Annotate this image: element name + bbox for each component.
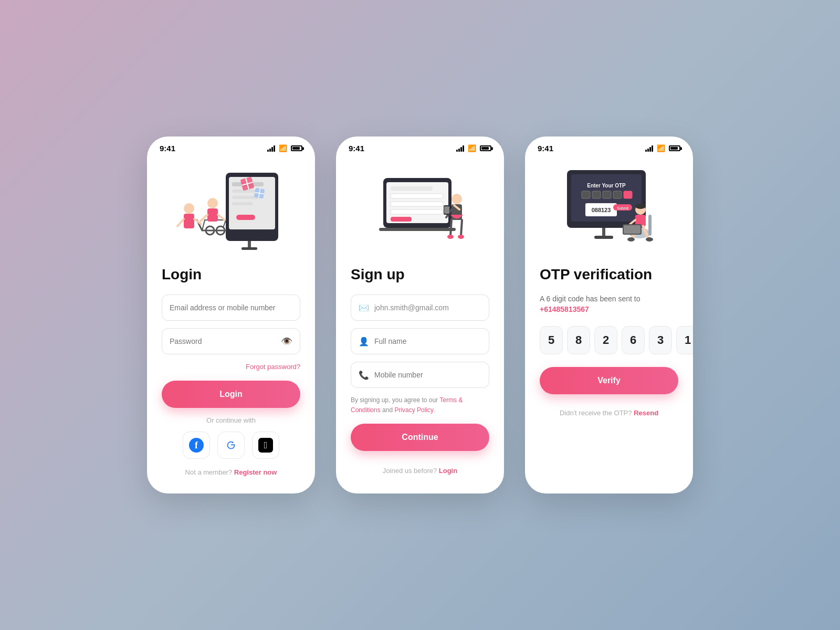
svg-rect-33: [379, 228, 456, 231]
login-status-icons: 📶: [267, 144, 302, 152]
svg-rect-49: [603, 191, 611, 198]
otp-digit-1[interactable]: [540, 326, 563, 354]
otp-illustration: Enter Your OTP 088123 Submit: [551, 162, 667, 257]
svg-rect-12: [207, 208, 218, 222]
not-member-text: Not a member?: [185, 468, 233, 476]
google-login-button[interactable]: [217, 432, 245, 459]
otp-title: OTP verification: [540, 266, 678, 283]
otp-digit-5[interactable]: [649, 326, 672, 354]
eye-icon[interactable]: 👁️: [281, 335, 292, 347]
otp-status-bar: 9:41 📶: [525, 136, 693, 157]
apple-login-button[interactable]: : [252, 432, 279, 459]
svg-rect-29: [391, 194, 443, 198]
otp-digit-4[interactable]: [622, 326, 645, 354]
login-title: Login: [162, 266, 300, 283]
signal-icon: [456, 145, 464, 152]
verify-button[interactable]: Verify: [540, 367, 678, 394]
email-icon: ✉️: [359, 303, 369, 313]
battery-icon: [291, 145, 302, 151]
password-input-group: 👁️: [162, 328, 300, 354]
signup-mobile-group: 📞: [351, 362, 489, 388]
and-text: and: [381, 406, 395, 414]
register-prompt: Not a member? Register now: [162, 468, 300, 476]
signup-email-group: ✉️: [351, 295, 489, 321]
login-status-bar: 9:41 📶: [147, 136, 315, 157]
email-input-group: [162, 295, 300, 321]
otp-digit-3[interactable]: [594, 326, 617, 354]
signup-name-group: 👤: [351, 328, 489, 354]
battery-icon: [669, 145, 680, 151]
svg-rect-47: [582, 191, 590, 198]
facebook-icon: f: [189, 438, 204, 453]
otp-digit-6[interactable]: [676, 326, 693, 354]
continue-button[interactable]: Continue: [351, 424, 489, 451]
svg-line-38: [450, 220, 452, 236]
signup-status-icons: 📶: [456, 144, 491, 152]
signup-login-link[interactable]: Login: [439, 467, 457, 475]
svg-point-66: [646, 237, 653, 242]
svg-rect-69: [624, 225, 640, 234]
register-link[interactable]: Register now: [234, 468, 277, 476]
login-illustration-area: [147, 157, 315, 262]
signup-phone-frame: 9:41 📶: [336, 136, 504, 494]
or-divider: Or continue with: [162, 416, 300, 424]
user-icon: 👤: [359, 337, 369, 346]
otp-content: OTP verification A 6 digit code has been…: [525, 266, 693, 494]
forgot-password-link: Forgot password?: [162, 362, 300, 371]
otp-digit-2[interactable]: [567, 326, 590, 354]
otp-subtitle: A 6 digit code has been sent to: [540, 295, 678, 303]
svg-rect-28: [391, 186, 433, 191]
terms-text: By signing up, you agree to our Terms & …: [351, 395, 489, 415]
otp-phone: +61485813567: [540, 305, 678, 313]
wifi-icon: 📶: [468, 144, 476, 152]
battery-icon: [480, 145, 491, 151]
login-time: 9:41: [160, 144, 175, 153]
login-phone-frame: 9:41 📶: [147, 136, 315, 494]
svg-point-41: [458, 235, 464, 239]
signup-illustration-area: [336, 157, 504, 262]
svg-rect-32: [391, 217, 412, 222]
email-input[interactable]: [162, 295, 300, 321]
wifi-icon: 📶: [657, 144, 665, 152]
forgot-password-anchor[interactable]: Forgot password?: [246, 363, 300, 371]
password-input[interactable]: [170, 337, 281, 345]
password-wrapper: 👁️: [162, 328, 300, 354]
svg-rect-5: [232, 202, 253, 205]
resend-prompt: Didn't receive the OTP? Resend: [540, 409, 678, 417]
terms-prefix: By signing up, you agree to our: [351, 396, 439, 404]
svg-point-59: [635, 204, 646, 209]
signup-title: Sign up: [351, 266, 489, 283]
apple-icon: : [258, 438, 273, 453]
svg-rect-31: [391, 209, 443, 214]
svg-rect-8: [242, 247, 257, 250]
svg-line-39: [461, 220, 462, 236]
svg-line-18: [177, 219, 184, 226]
signup-time: 9:41: [349, 144, 364, 153]
otp-time: 9:41: [538, 144, 553, 153]
signup-email-input[interactable]: [374, 303, 481, 312]
signup-name-wrapper: 👤: [351, 328, 489, 354]
wifi-icon: 📶: [279, 144, 287, 152]
svg-rect-6: [236, 215, 255, 220]
svg-rect-43: [444, 206, 449, 214]
facebook-login-button[interactable]: f: [183, 432, 210, 459]
login-illustration: [168, 162, 294, 257]
svg-point-40: [447, 235, 454, 239]
svg-point-34: [452, 194, 462, 204]
svg-rect-50: [613, 191, 622, 198]
svg-rect-56: [602, 228, 605, 236]
svg-text:Submit: Submit: [617, 206, 628, 210]
signup-mobile-input[interactable]: [374, 371, 481, 379]
svg-rect-30: [391, 202, 443, 206]
svg-point-15: [184, 203, 194, 214]
signup-name-input[interactable]: [374, 337, 481, 345]
privacy-link[interactable]: Privacy Policy: [394, 406, 434, 414]
svg-point-65: [627, 237, 635, 242]
svg-line-14: [218, 215, 225, 220]
signup-status-bar: 9:41 📶: [336, 136, 504, 157]
login-button[interactable]: Login: [162, 381, 300, 408]
otp-phone-frame: 9:41 📶 Enter Your OTP 0881: [525, 136, 693, 494]
svg-point-11: [207, 198, 218, 208]
resend-link[interactable]: Resend: [634, 409, 658, 417]
otp-illustration-area: Enter Your OTP 088123 Submit: [525, 157, 693, 262]
